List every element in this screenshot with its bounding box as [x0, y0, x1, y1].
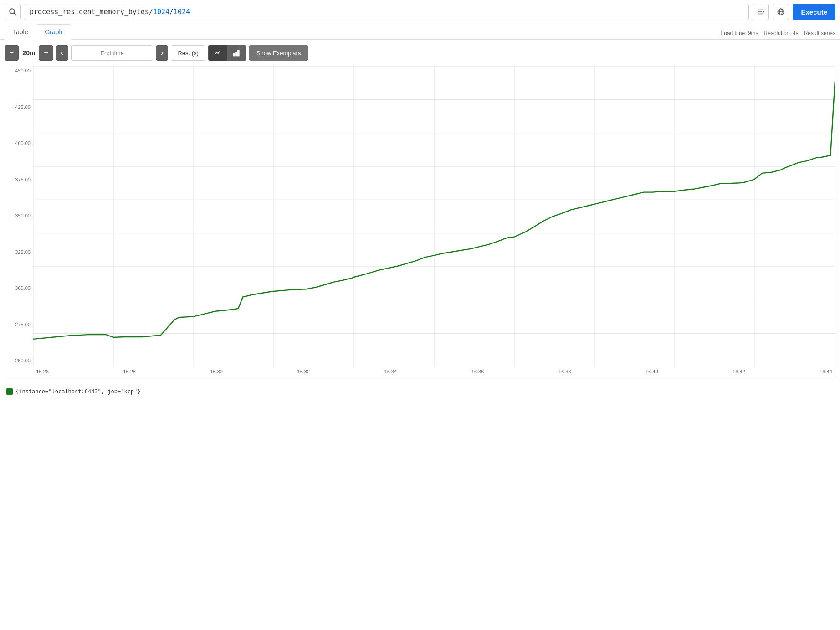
line-chart-button[interactable]	[209, 45, 227, 61]
duration-label: 20m	[21, 49, 36, 57]
controls-row: − 20m + ‹ › Res. (s) Show Exemplars	[0, 40, 840, 66]
query-num1: 1024	[153, 8, 169, 16]
x-label-1638: 16:38	[556, 369, 574, 379]
svg-line-1	[14, 13, 16, 15]
svg-rect-8	[233, 53, 235, 56]
y-label-325: 325.00	[6, 249, 31, 255]
svg-rect-10	[238, 51, 239, 56]
query-input-display[interactable]: process_resident_memory_bytes/1024/1024	[25, 4, 749, 20]
show-exemplars-button[interactable]: Show Exemplars	[249, 45, 309, 61]
x-label-1628: 16:28	[120, 369, 138, 379]
y-label-450: 450.00	[6, 68, 31, 73]
stacked-chart-button[interactable]	[227, 45, 246, 61]
legend-row: {instance="localhost:6443", job="kcp"}	[0, 384, 840, 401]
x-axis: 16:26 16:28 16:30 16:32 16:34 16:36 16:3…	[33, 367, 835, 379]
x-label-1642: 16:42	[730, 369, 748, 379]
plus-button[interactable]: +	[39, 45, 53, 61]
load-time: Load time: 9ms	[721, 30, 758, 36]
meta-info: Load time: 9ms Resolution: 4s Result ser…	[721, 30, 835, 39]
legend-color	[6, 388, 13, 395]
x-label-1630: 16:30	[207, 369, 225, 379]
y-label-350: 350.00	[6, 213, 31, 218]
chart-inner	[33, 66, 835, 367]
result-series: Result series	[804, 30, 835, 36]
chart-area: 250.00 275.00 300.00 325.00 350.00 375.0…	[5, 66, 835, 379]
query-prefix: process_resident_memory_bytes/	[30, 8, 153, 16]
resolution: Resolution: 4s	[764, 30, 799, 36]
x-label-1626: 16:26	[33, 369, 51, 379]
svg-rect-9	[236, 52, 237, 56]
end-time-input[interactable]	[71, 45, 153, 61]
legend-label: {instance="localhost:6443", job="kcp"}	[15, 388, 141, 395]
x-label-1640: 16:40	[643, 369, 661, 379]
y-label-400: 400.00	[6, 140, 31, 146]
query-slash: /	[169, 8, 174, 16]
tab-table[interactable]: Table	[5, 25, 36, 40]
y-label-275: 275.00	[6, 322, 31, 327]
x-label-1632: 16:32	[294, 369, 312, 379]
x-label-1634: 16:34	[381, 369, 400, 379]
tab-graph[interactable]: Graph	[36, 24, 71, 40]
y-label-375: 375.00	[6, 177, 31, 182]
x-label-1636: 16:36	[469, 369, 487, 379]
query-text: process_resident_memory_bytes/1024/1024	[30, 8, 190, 16]
resolution-button[interactable]: Res. (s)	[171, 45, 205, 61]
tabs-row: Table Graph Load time: 9ms Resolution: 4…	[0, 24, 840, 40]
y-axis: 250.00 275.00 300.00 325.00 350.00 375.0…	[5, 66, 33, 365]
x-label-1644: 16:44	[817, 369, 835, 379]
chart-mode-group	[208, 45, 246, 61]
top-bar: process_resident_memory_bytes/1024/1024 …	[0, 0, 840, 24]
execute-button[interactable]: Execute	[793, 4, 835, 20]
chart-svg	[33, 66, 835, 367]
search-icon[interactable]	[5, 4, 21, 20]
y-label-300: 300.00	[6, 285, 31, 291]
minus-button[interactable]: −	[5, 45, 19, 61]
prev-time-button[interactable]: ‹	[56, 45, 68, 61]
svg-point-0	[10, 9, 15, 14]
globe-icon[interactable]	[773, 4, 789, 20]
y-label-250: 250.00	[6, 358, 31, 363]
next-time-button[interactable]: ›	[156, 45, 168, 61]
format-icon[interactable]	[753, 4, 769, 20]
query-num2: 1024	[174, 8, 190, 16]
y-label-425: 425.00	[6, 104, 31, 110]
